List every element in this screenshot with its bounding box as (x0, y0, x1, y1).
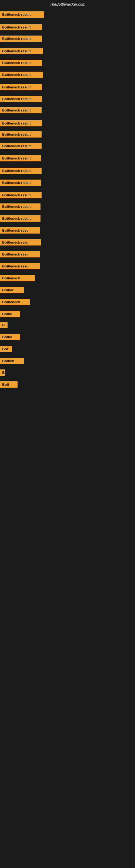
bottleneck-bar: B (0, 369, 5, 376)
bottleneck-bar: Bottleneck result (0, 215, 41, 222)
bottleneck-bar: Bottleneck resu (0, 263, 40, 269)
bottleneck-bar: Bottleneck result (0, 180, 41, 186)
bottleneck-bar: Bottleneck (0, 275, 35, 281)
bottleneck-bar: Bottleneck result (0, 120, 42, 126)
bottleneck-bar: Bottleneck resu (0, 227, 40, 234)
bottleneck-bar: Bottleneck result (0, 96, 42, 102)
bottleneck-bar: Bottleneck result (0, 35, 42, 42)
bottleneck-bar: Bottleneck result (0, 72, 43, 78)
bottleneck-bar: B (0, 322, 8, 328)
site-title: TheBottlenecker.com (0, 0, 135, 9)
bottleneck-bar: Bott (0, 381, 17, 388)
bottleneck-bar: Bottle (0, 311, 20, 317)
bottleneck-bar: Bottleneck resu (0, 251, 40, 257)
bottleneck-bar: Bottleneck (0, 299, 30, 305)
bottleneck-bar: Bottle (0, 334, 20, 340)
bottleneck-bar: Bottleneck result (0, 143, 42, 149)
bottleneck-bar: Bot (0, 346, 12, 352)
bottleneck-bar: Bottlen (0, 358, 24, 364)
bottleneck-bar: Bottleneck resu (0, 239, 41, 246)
bottleneck-bar: Bottleneck result (0, 204, 41, 210)
bottleneck-bar: Bottleneck result (0, 84, 42, 90)
bottleneck-bar: Bottler (0, 287, 24, 293)
bottleneck-bar: Bottleneck result (0, 48, 43, 54)
bottleneck-bar: Bottleneck result (0, 155, 41, 161)
bottleneck-bar: Bottleneck result (0, 11, 44, 18)
bottleneck-bar: Bottleneck result (0, 192, 42, 198)
bottleneck-bar: Bottleneck result (0, 167, 42, 174)
bottleneck-bar: Bottleneck result (0, 131, 42, 137)
bottleneck-bar: Bottleneck result (0, 107, 42, 113)
bottleneck-bar: Bottleneck result (0, 60, 42, 66)
bottleneck-bar: Bottleneck result (0, 24, 42, 30)
